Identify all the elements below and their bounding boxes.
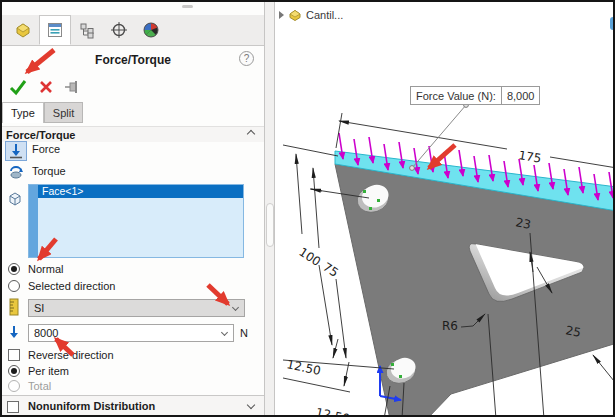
reverse-direction-checkbox[interactable]	[8, 349, 20, 361]
expand-chevron-icon	[247, 401, 255, 409]
tab-configuration-manager[interactable]	[71, 15, 103, 45]
tab-feature-tree[interactable]	[7, 15, 39, 45]
reverse-direction-row[interactable]: Reverse direction	[8, 349, 114, 361]
nonuniform-label: Nonuniform Distribution	[28, 400, 155, 412]
panel-splitter[interactable]	[264, 2, 275, 417]
page-tabs: Type Split	[2, 102, 83, 123]
group-nonuniform-distribution[interactable]: Nonuniform Distribution	[2, 395, 264, 415]
tab-type[interactable]: Type	[2, 102, 44, 123]
force-option-button[interactable]	[5, 141, 27, 161]
force-value-callout[interactable]: Force Value (N): 8,000	[410, 86, 540, 105]
tab-dimxpert-manager[interactable]	[103, 15, 135, 45]
solidworks-window: Force/Torque ? Type Split Force/Torque	[0, 0, 615, 417]
force-value-text: 8000	[34, 327, 58, 339]
dimxpert-icon	[110, 21, 128, 39]
graphics-area[interactable]	[275, 2, 615, 417]
selected-face-item[interactable]: Face<1>	[38, 185, 243, 198]
normal-label: Normal	[28, 263, 63, 275]
selected-direction-radio[interactable]	[8, 280, 20, 292]
flyout-feature-tree[interactable]: Cantil...	[279, 8, 343, 22]
property-manager-icon	[46, 21, 64, 39]
collapse-chevron-icon	[247, 130, 255, 138]
configuration-manager-icon	[78, 21, 96, 39]
face-select-icon	[6, 190, 24, 208]
property-manager-panel: Force/Torque ? Type Split Force/Torque	[2, 2, 264, 415]
tree-label[interactable]: Cantil...	[306, 9, 343, 21]
force-icon	[8, 143, 24, 159]
torque-icon	[8, 164, 24, 180]
per-item-label: Per item	[28, 365, 69, 377]
selected-direction-radio-row[interactable]: Selected direction	[8, 280, 115, 292]
callout-label: Force Value (N):	[411, 87, 502, 104]
force-label[interactable]: Force	[32, 143, 60, 155]
unit-system-dropdown[interactable]: SI	[28, 299, 245, 317]
normal-radio-row[interactable]: Normal	[8, 263, 63, 275]
unit-system-value: SI	[34, 302, 44, 314]
total-radio[interactable]	[8, 380, 20, 392]
splitter-grip[interactable]	[266, 203, 274, 247]
tab-property-manager[interactable]	[39, 15, 71, 45]
panel-drag-handle[interactable]	[182, 5, 193, 8]
ruler-units-icon	[8, 298, 20, 316]
manager-tab-bar	[2, 15, 264, 46]
part-icon	[288, 8, 302, 22]
callout-value[interactable]: 8,000	[502, 87, 540, 104]
chevron-down-icon	[221, 329, 228, 336]
faces-selection-box[interactable]: Face<1>	[28, 184, 244, 258]
normal-radio[interactable]	[8, 263, 20, 275]
reverse-direction-label: Reverse direction	[28, 349, 114, 361]
selected-direction-label: Selected direction	[28, 280, 115, 292]
group-force-torque-label: Force/Torque	[6, 129, 75, 141]
torque-option-button[interactable]	[5, 162, 27, 182]
unit-label: N	[240, 327, 248, 339]
ok-check-icon[interactable]	[8, 77, 28, 97]
page-title: Force/Torque	[2, 53, 264, 67]
chevron-down-icon	[232, 304, 239, 311]
cancel-x-icon[interactable]	[38, 79, 54, 95]
total-radio-row[interactable]: Total	[8, 380, 51, 392]
display-manager-icon	[142, 21, 160, 39]
tab-display-manager[interactable]	[135, 15, 167, 45]
pin-icon[interactable]	[64, 80, 82, 94]
force-value-icon	[7, 325, 21, 341]
group-force-torque[interactable]: Force/Torque	[2, 126, 264, 142]
force-value-input[interactable]: 8000	[28, 324, 234, 342]
part-tree-icon	[14, 21, 32, 39]
nonuniform-checkbox[interactable]	[7, 401, 19, 413]
per-item-radio-row[interactable]: Per item	[8, 365, 69, 377]
torque-label[interactable]: Torque	[32, 165, 66, 177]
partial-hud-icon	[610, 17, 615, 30]
help-icon[interactable]: ?	[239, 51, 254, 66]
selection-box-strip	[29, 185, 38, 257]
tree-expander-icon[interactable]	[279, 11, 284, 19]
total-label: Total	[28, 380, 51, 392]
per-item-radio[interactable]	[8, 365, 20, 377]
tab-split[interactable]: Split	[44, 102, 83, 123]
